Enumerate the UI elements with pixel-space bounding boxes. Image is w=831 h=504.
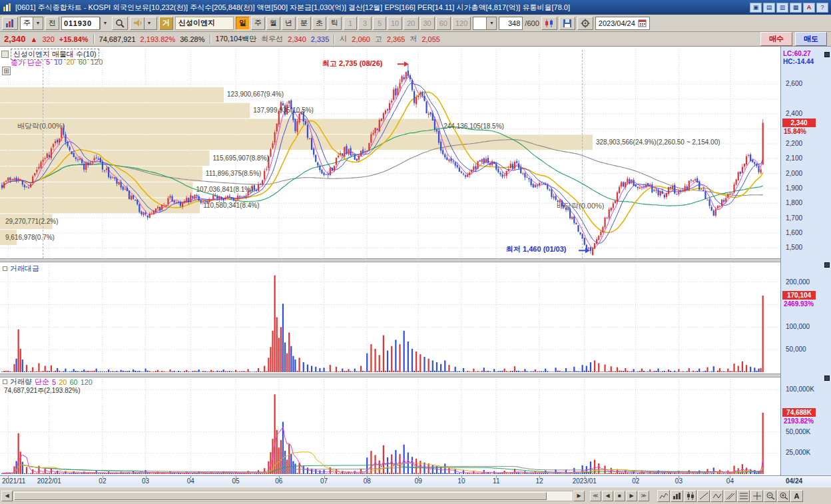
panel-icon[interactable] bbox=[1, 51, 9, 58]
hc-label: HC:-14.44 bbox=[783, 58, 814, 65]
lc-label: LC:60.27 bbox=[783, 50, 811, 57]
period-button-틱[interactable]: 틱 bbox=[328, 17, 342, 30]
buy-button[interactable]: 매수 bbox=[760, 32, 792, 46]
date-value: 2023/04/24 bbox=[599, 19, 635, 27]
ma10-label: 10 bbox=[54, 58, 62, 68]
window-icon-1[interactable]: ▣ bbox=[750, 3, 762, 13]
x-axis-label: 05 bbox=[232, 477, 240, 485]
chart-nav-buttons: ≪ ◀ ■ ▶ ≫ bbox=[590, 491, 649, 501]
panel-marker-3[interactable] bbox=[824, 376, 830, 381]
panel-marker-2[interactable] bbox=[824, 262, 830, 268]
x-axis-label: 04 bbox=[187, 477, 194, 485]
x-axis-label: 03 bbox=[675, 477, 683, 485]
window-icon-3[interactable]: ▥ bbox=[776, 3, 788, 13]
volume-profile-label: 29,270,771(2.2%) bbox=[5, 218, 59, 225]
stock-code-input[interactable] bbox=[61, 17, 100, 30]
price-change-pct: +15.84% bbox=[59, 35, 89, 43]
tool-line-chart-icon[interactable] bbox=[657, 490, 670, 502]
prev-button[interactable]: 전 bbox=[45, 17, 59, 30]
tool-zigzag-icon[interactable] bbox=[710, 490, 723, 502]
axis-label: 100,000 bbox=[786, 323, 810, 330]
zoom-in-icon[interactable] bbox=[777, 490, 790, 502]
period-button-일[interactable]: 일 bbox=[236, 17, 250, 30]
volume-badge: 74,688K bbox=[782, 408, 816, 417]
interval-select[interactable]: ▼ bbox=[473, 17, 497, 30]
panel-box-icon[interactable] bbox=[3, 266, 7, 271]
announce-icon[interactable]: ▼ bbox=[130, 17, 157, 30]
market-flag-button[interactable]: 거 bbox=[159, 17, 173, 30]
announce-dropdown-icon[interactable]: ▼ bbox=[144, 17, 154, 29]
tool-bar-chart-icon[interactable] bbox=[671, 490, 683, 502]
date-picker[interactable]: 2023/04/24 bbox=[595, 17, 650, 30]
x-axis-label: 12 bbox=[535, 477, 543, 485]
scroll-left-button[interactable]: ◀ bbox=[1, 491, 13, 501]
alert-icon[interactable]: A bbox=[803, 3, 815, 13]
period-button-월[interactable]: 월 bbox=[266, 17, 280, 30]
chevron-down-icon[interactable]: ▼ bbox=[486, 17, 496, 29]
sell-button[interactable]: 매도 bbox=[795, 32, 827, 46]
zoom-out-icon[interactable] bbox=[764, 490, 776, 502]
minute-button-60[interactable]: 60 bbox=[436, 17, 451, 30]
minute-button-5[interactable]: 5 bbox=[373, 17, 386, 30]
tool-candle-chart-icon[interactable] bbox=[684, 490, 696, 502]
panel-marker-1[interactable] bbox=[824, 52, 830, 57]
settings-gear-icon[interactable] bbox=[577, 17, 593, 30]
chart-type-icon[interactable] bbox=[541, 17, 557, 30]
minute-button-30[interactable]: 30 bbox=[420, 17, 435, 30]
nav-first-button[interactable]: ≪ bbox=[590, 491, 601, 501]
minute-button-3[interactable]: 3 bbox=[358, 17, 372, 30]
period-button-주[interactable]: 주 bbox=[251, 17, 265, 30]
tool-crosshair-icon[interactable] bbox=[750, 490, 763, 502]
code-dropdown-icon[interactable]: ▼ bbox=[100, 17, 110, 29]
window-controls: ▣ ▤ ▥ ▦ A ? bbox=[750, 3, 828, 13]
volume-profile-label: 9,616,978(0.7%) bbox=[5, 234, 55, 241]
minute-button-120[interactable]: 120 bbox=[452, 17, 471, 30]
font-tool-button[interactable]: A bbox=[790, 490, 803, 502]
nav-next-button[interactable]: ▶ bbox=[626, 491, 637, 501]
volume-profile-label: 107,036,841(8.1%) bbox=[196, 186, 253, 193]
scrollbar-thumb[interactable] bbox=[14, 492, 547, 500]
volume-profile-label: 110,580,341(8.4%) bbox=[203, 202, 259, 209]
x-axis-label: 11 bbox=[493, 477, 499, 485]
panel-box-icon[interactable] bbox=[3, 379, 7, 384]
minute-button-1[interactable]: 1 bbox=[344, 17, 357, 30]
volume-profile-label: 244,136,105(18.5%) bbox=[443, 123, 504, 130]
bar-count-input[interactable] bbox=[499, 17, 523, 30]
scroll-right-button[interactable]: ▶ bbox=[573, 491, 585, 501]
nav-prev-button[interactable]: ◀ bbox=[602, 491, 613, 501]
stock-name: 신성이엔지 bbox=[175, 17, 234, 30]
tool-trendline-icon[interactable] bbox=[697, 490, 710, 502]
ma60-label: 60 bbox=[79, 58, 87, 68]
x-axis-label: 08 bbox=[364, 477, 371, 485]
period-button-분[interactable]: 분 bbox=[297, 17, 311, 30]
low-label: 저 bbox=[410, 34, 417, 44]
window-icon-4[interactable]: ▦ bbox=[790, 3, 802, 13]
calendar-icon[interactable] bbox=[638, 19, 647, 27]
minute-button-10[interactable]: 10 bbox=[388, 17, 402, 30]
period-button-초[interactable]: 초 bbox=[312, 17, 326, 30]
chart-scrollbar[interactable]: ◀ ▶ bbox=[1, 491, 585, 501]
tool-fibonacci-icon[interactable] bbox=[737, 490, 750, 502]
axis-label: 2,200 bbox=[786, 140, 802, 147]
grid-icon[interactable]: ⊞ bbox=[2, 67, 11, 75]
tool-channel-icon[interactable] bbox=[724, 490, 736, 502]
market-select[interactable]: 주▼ bbox=[20, 17, 43, 30]
search-icon[interactable] bbox=[112, 17, 128, 30]
minute-button-20[interactable]: 20 bbox=[404, 17, 418, 30]
save-icon[interactable] bbox=[559, 17, 575, 30]
scrollbar-track[interactable] bbox=[13, 491, 573, 501]
close-simple-label: 종가 단순 bbox=[11, 58, 42, 68]
nav-last-button[interactable]: ≫ bbox=[638, 491, 649, 501]
axis-label: 2,600 bbox=[786, 80, 802, 87]
volume-value: 74,687,921 bbox=[99, 35, 136, 43]
help-icon[interactable]: ? bbox=[816, 3, 828, 13]
period-button-년[interactable]: 년 bbox=[282, 17, 296, 30]
main-toolbar: 주▼ 전 ▼ ▼ 거 신성이엔지 일주월년분초틱 13510203060120 … bbox=[0, 15, 831, 32]
nav-stop-button[interactable]: ■ bbox=[614, 491, 625, 501]
chart-canvas[interactable] bbox=[0, 47, 780, 475]
chart-menu-icon[interactable] bbox=[2, 17, 18, 30]
drawing-tools: A bbox=[657, 490, 803, 502]
chevron-down-icon[interactable]: ▼ bbox=[33, 17, 43, 29]
window-icon-2[interactable]: ▤ bbox=[763, 3, 775, 13]
ma-legend: 종가 단순 5 10 20 60 120 bbox=[11, 58, 103, 68]
